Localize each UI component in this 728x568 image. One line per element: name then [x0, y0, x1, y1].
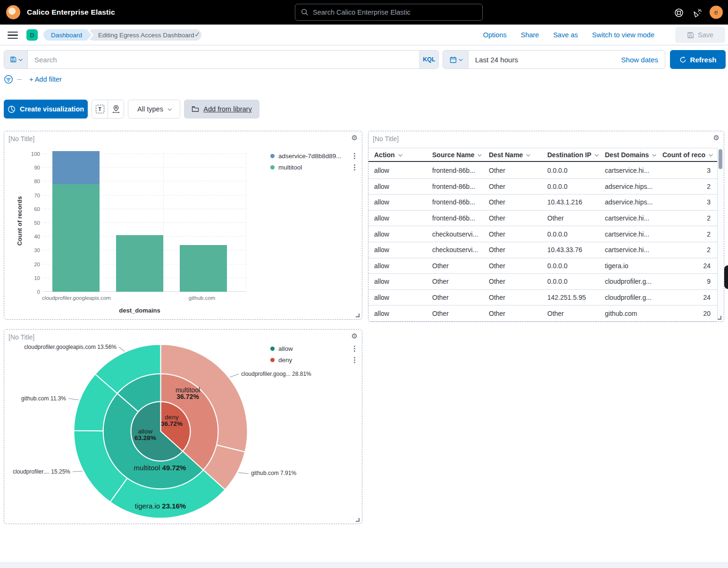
y-tick-label: 30	[23, 247, 40, 253]
bar-segment-adservice-7d8b8d89...[interactable]	[52, 151, 100, 184]
table-cell: allow	[374, 278, 432, 285]
column-header-source-name[interactable]: Source Name	[432, 151, 489, 159]
slice-inside-label: allow	[138, 428, 153, 435]
saved-query-button[interactable]	[4, 51, 28, 68]
save-as-link[interactable]: Save as	[553, 31, 577, 39]
legend-kebab-icon[interactable]	[353, 356, 356, 364]
gear-icon[interactable]: ⚙	[351, 134, 358, 142]
global-search[interactable]	[295, 4, 483, 21]
bar-category-2[interactable]	[116, 235, 163, 292]
gear-icon[interactable]: ⚙	[713, 134, 720, 142]
column-header-destination-ip[interactable]: Destination IP	[547, 151, 605, 159]
global-search-input[interactable]	[313, 8, 477, 16]
dashboard-app-badge[interactable]: D	[26, 29, 38, 41]
bar-legend-item[interactable]: multitool	[270, 163, 356, 171]
slice-callout-label: cloudprofiler.... 15.25%	[13, 468, 70, 475]
help-lifebuoy-icon[interactable]	[674, 8, 684, 18]
chevron-down-icon	[167, 107, 171, 110]
table-cell: cartservice.hi...	[605, 246, 662, 254]
sunburst-chart: cloudprofiler.googleapis.com 13.56%cloud…	[4, 341, 362, 524]
show-dates-link[interactable]: Show dates	[621, 51, 665, 68]
calendar-button[interactable]	[443, 51, 469, 68]
column-header-action[interactable]: Action	[374, 151, 432, 159]
table-cell: 3	[662, 167, 716, 174]
calendar-icon	[450, 56, 457, 63]
slice-callout-label: cloudprofiler.googleapis.com 13.56%	[24, 344, 117, 350]
legend-kebab-icon[interactable]	[353, 152, 356, 160]
save-button[interactable]: Save	[675, 27, 725, 43]
column-header-dest-name[interactable]: Dest Name	[489, 151, 547, 159]
bar-segment-multitool[interactable]	[116, 235, 163, 292]
table-cell: 2	[662, 230, 716, 238]
share-link[interactable]: Share	[521, 31, 539, 39]
kql-search-input[interactable]	[28, 51, 419, 68]
callout-line	[73, 471, 83, 472]
slice-callout-label: cloudprofiler.goog... 28.81%	[241, 371, 311, 377]
legend-label: multitool	[278, 164, 349, 171]
refresh-button[interactable]: Refresh	[670, 50, 726, 69]
panel-resize-handle[interactable]	[356, 314, 360, 317]
table-cell: Other	[489, 246, 547, 254]
edit-title-check-icon[interactable]: ✓	[194, 30, 201, 39]
text-icon: T	[96, 105, 104, 113]
time-range-value[interactable]: Last 24 hours	[469, 51, 621, 68]
slice-inside-label: multitool 49.72%	[134, 464, 186, 472]
breadcrumb-dashboard[interactable]: Dashboard	[43, 29, 92, 41]
chevron-down-icon	[478, 153, 482, 156]
add-filter-link[interactable]: + Add filter	[29, 76, 62, 83]
kql-badge[interactable]: KQL	[419, 51, 438, 68]
legend-kebab-icon[interactable]	[353, 163, 356, 171]
all-types-dropdown[interactable]: All types	[128, 100, 180, 119]
add-text-button[interactable]: T	[92, 100, 108, 118]
y-tick-label: 20	[23, 262, 40, 267]
table-cell: 142.251.5.95	[547, 294, 605, 301]
add-map-button[interactable]	[108, 100, 124, 118]
table-cell: allow	[374, 198, 432, 206]
table-cell: frontend-86b...	[432, 198, 489, 206]
callout-line	[68, 398, 79, 400]
table-cell: Other	[489, 278, 547, 285]
bar-github.com[interactable]	[180, 245, 227, 292]
chevron-down-icon	[527, 153, 530, 156]
collapsed-flyout-tab[interactable]	[724, 265, 728, 289]
news-party-icon[interactable]	[693, 8, 703, 18]
column-header-count-of-reco[interactable]: Count of reco	[662, 151, 716, 159]
table-cell: Other	[432, 262, 489, 270]
column-header-dest-domains[interactable]: Dest Domains	[605, 151, 662, 159]
table-cell: allow	[374, 230, 432, 238]
table-cell: allow	[374, 167, 432, 174]
create-visualization-button[interactable]: Create visualization	[4, 100, 88, 119]
table-cell: 0.0.0.0	[547, 183, 605, 190]
bar-segment-multitool[interactable]	[52, 184, 100, 292]
save-floppy-icon	[687, 32, 694, 39]
bar-segment-multitool[interactable]	[180, 245, 227, 292]
slice-callout-label: github.com 11.3%	[21, 395, 66, 402]
add-from-library-button[interactable]: Add from library	[184, 100, 259, 119]
pie-legend-item[interactable]: deny	[270, 356, 356, 364]
panel-resize-handle[interactable]	[356, 518, 360, 522]
filter-icon[interactable]	[4, 75, 13, 84]
y-tick-label: 50	[23, 220, 40, 226]
table-cell: Other	[432, 294, 489, 301]
legend-label: allow	[278, 345, 349, 352]
user-avatar[interactable]: e	[710, 6, 723, 19]
table-scrollbar-thumb[interactable]	[719, 149, 722, 169]
gridline-x	[163, 151, 164, 292]
y-axis-title: Count of records	[16, 196, 23, 246]
lens-icon	[8, 105, 16, 113]
adservice-7d8b8d89...-color-dot	[270, 154, 275, 158]
menu-hamburger-icon[interactable]	[8, 32, 18, 39]
chevron-down-icon	[595, 153, 599, 156]
panel-resize-handle[interactable]	[718, 316, 721, 320]
pie-legend-item[interactable]: allow	[270, 345, 356, 352]
table-row: allowfrontend-86b...Other0.0.0.0cartserv…	[368, 163, 717, 179]
legend-kebab-icon[interactable]	[353, 345, 356, 353]
switch-view-mode-link[interactable]: Switch to view mode	[592, 31, 654, 39]
column-header-label: Dest Name	[489, 151, 523, 159]
bar-legend-item[interactable]: adservice-7d8b8d89...	[270, 152, 356, 160]
table-header-row: ActionSource NameDest NameDestination IP…	[368, 148, 717, 162]
chevron-down-icon	[709, 153, 712, 156]
gear-icon[interactable]: ⚙	[351, 332, 358, 340]
bar-cloudprofiler.googleapis.com[interactable]	[52, 151, 100, 292]
options-link[interactable]: Options	[483, 31, 507, 39]
